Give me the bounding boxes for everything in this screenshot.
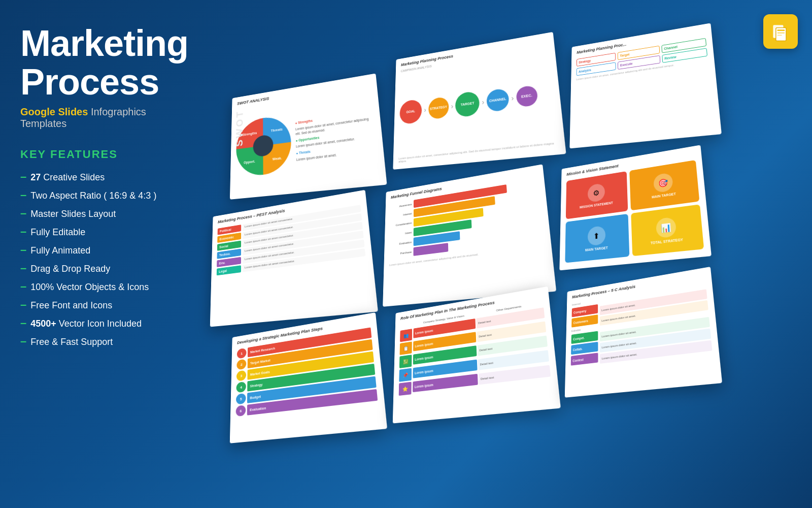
svg-rect-2 bbox=[777, 29, 785, 31]
slide-marketing-planning: Marketing Planning Process CAMPAIGN ANAL… bbox=[393, 32, 566, 170]
svg-rect-3 bbox=[777, 33, 785, 34]
slide-mission: Mission & Vision Statement ⚙ MISSION STA… bbox=[559, 145, 712, 270]
list-item: –Fully Editable bbox=[20, 225, 193, 238]
list-item: –Free Font and Icons bbox=[20, 298, 193, 311]
list-item: –Master Slides Layout bbox=[20, 207, 193, 220]
slides-area: SWOT ANALYSIS Strengths Threats Opport. … bbox=[193, 0, 812, 508]
list-item: –100% Vector Objects & Icons bbox=[20, 280, 193, 293]
list-item: –4500+ Vector Icon Included bbox=[20, 316, 193, 330]
slide-5c: Marketing Process – 5 C Analysis Interna… bbox=[565, 267, 722, 398]
list-item: –27 Creative Slides bbox=[20, 170, 193, 183]
list-item: –Free & Fast Support bbox=[20, 335, 193, 348]
key-features-label: KEY FEATURES bbox=[20, 148, 193, 161]
list-item: –Drag & Drop Ready bbox=[20, 262, 193, 275]
feature-list: –27 Creative Slides –Two Aspect Ratio ( … bbox=[20, 170, 193, 348]
list-item: –Two Aspect Ratio ( 16:9 & 4:3 ) bbox=[20, 188, 193, 202]
google-slides-icon bbox=[763, 14, 798, 49]
svg-rect-4 bbox=[777, 35, 782, 36]
list-item: –Fully Animated bbox=[20, 243, 193, 257]
slide-pest: Marketing Process – PEST Analysis Politi… bbox=[210, 190, 378, 327]
left-panel: Marketing Process Google Slides Infograp… bbox=[0, 0, 213, 508]
subtitle-highlight: Google Slides bbox=[20, 106, 88, 117]
slide-funnel: Marketing Funnel Diagrams Awareness Inte… bbox=[383, 164, 556, 307]
main-title: Marketing Process bbox=[20, 24, 193, 101]
slide-roles: Role Of Marketing Plan In The Marketing … bbox=[393, 287, 561, 424]
subtitle-line: Google Slides Infographics Templates bbox=[20, 106, 193, 130]
slide-strategic: Developing a Strategic Marketing Plan St… bbox=[230, 312, 387, 443]
slide-marketing-planning2: Marketing Planning Proc... Strategy Targ… bbox=[569, 23, 722, 148]
slide-swot: SWOT ANALYSIS Strengths Threats Opport. … bbox=[230, 74, 387, 200]
